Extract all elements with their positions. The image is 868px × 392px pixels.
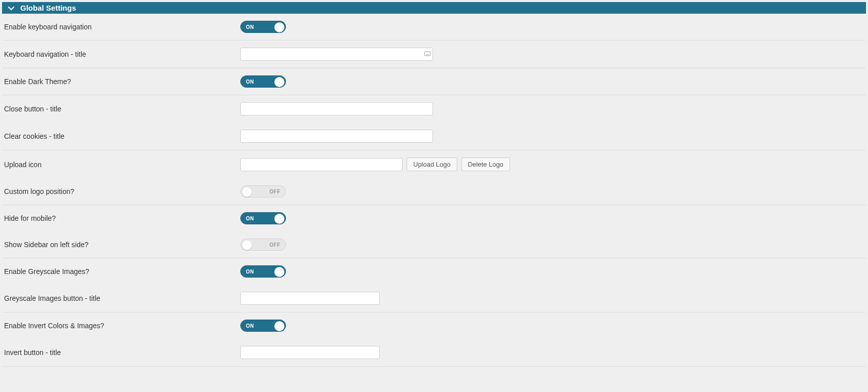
row-upload-icon: Upload icon Upload Logo Delete Logo	[2, 150, 866, 178]
toggle-hide-for-mobile[interactable]: ON OFF	[240, 212, 286, 224]
toggle-show-sidebar-left[interactable]: ON OFF	[240, 239, 286, 251]
label-invert-title: Invert button - title	[2, 348, 240, 357]
label-enable-dark-theme: Enable Dark Theme?	[2, 77, 240, 86]
label-greyscale-title: Greyscale Images button - title	[2, 294, 240, 302]
toggle-enable-dark-theme[interactable]: ON OFF	[240, 75, 286, 88]
row-greyscale-title: Greyscale Images button - title	[2, 285, 866, 312]
panel-title: Global Settings	[20, 4, 76, 12]
label-custom-logo-position: Custom logo position?	[2, 187, 240, 195]
chevron-down-icon	[7, 4, 15, 12]
input-keyboard-nav-title[interactable]	[240, 48, 433, 61]
toggle-on-text: ON	[246, 79, 254, 85]
toggle-knob	[274, 321, 284, 331]
label-hide-for-mobile: Hide for mobile?	[2, 214, 240, 222]
row-enable-keyboard-nav: Enable keyboard navigation ON OFF	[2, 14, 866, 41]
row-keyboard-nav-title: Keyboard navigation - title	[2, 41, 866, 68]
input-greyscale-title[interactable]	[240, 292, 380, 305]
upload-logo-button[interactable]: Upload Logo	[407, 158, 457, 171]
row-enable-invert: Enable Invert Colors & Images? ON OFF	[2, 312, 866, 339]
toggle-enable-keyboard-nav[interactable]: ON OFF	[240, 21, 286, 33]
toggle-on-text: ON	[246, 24, 254, 30]
toggle-enable-invert[interactable]: ON OFF	[240, 320, 286, 332]
label-keyboard-nav-title: Keyboard navigation - title	[2, 50, 240, 58]
label-enable-invert: Enable Invert Colors & Images?	[2, 322, 240, 330]
row-enable-dark-theme: Enable Dark Theme? ON OFF	[2, 68, 866, 95]
row-enable-greyscale: Enable Greyscale Images? ON OFF	[2, 258, 866, 285]
row-show-sidebar-left: Show Sidebar on left side? ON OFF	[2, 231, 866, 258]
toggle-knob	[242, 240, 252, 250]
panel-body: Enable keyboard navigation ON OFF Keyboa…	[2, 14, 866, 367]
toggle-off-text: OFF	[270, 242, 281, 248]
toggle-on-text: ON	[246, 216, 254, 221]
row-hide-for-mobile: Hide for mobile? ON OFF	[2, 205, 866, 231]
row-custom-logo-position: Custom logo position? ON OFF	[2, 178, 866, 205]
input-close-button-title[interactable]	[240, 102, 433, 115]
toggle-enable-greyscale[interactable]: ON OFF	[240, 265, 286, 278]
row-clear-cookies-title: Clear cookies - title	[2, 123, 866, 150]
global-settings-panel: Global Settings Enable keyboard navigati…	[2, 2, 866, 367]
row-invert-title: Invert button - title	[2, 339, 866, 367]
toggle-on-text: ON	[246, 323, 254, 329]
toggle-knob	[274, 22, 284, 32]
label-close-button-title: Close button - title	[2, 105, 240, 113]
toggle-on-text: ON	[246, 269, 254, 275]
toggle-custom-logo-position[interactable]: ON OFF	[240, 185, 286, 198]
toggle-off-text: OFF	[270, 189, 281, 194]
input-upload-icon-path[interactable]	[240, 158, 403, 171]
label-clear-cookies-title: Clear cookies - title	[2, 132, 240, 140]
toggle-knob	[274, 214, 284, 224]
label-show-sidebar-left: Show Sidebar on left side?	[2, 241, 240, 249]
delete-logo-button[interactable]: Delete Logo	[461, 158, 510, 171]
input-invert-title[interactable]	[240, 346, 380, 359]
toggle-knob	[274, 267, 284, 277]
label-upload-icon: Upload icon	[2, 161, 240, 169]
toggle-knob	[242, 187, 252, 197]
label-enable-greyscale: Enable Greyscale Images?	[2, 267, 240, 276]
input-clear-cookies-title[interactable]	[240, 130, 433, 143]
toggle-knob	[274, 77, 284, 87]
row-close-button-title: Close button - title	[2, 95, 866, 123]
label-enable-keyboard-nav: Enable keyboard navigation	[2, 23, 240, 31]
panel-header[interactable]: Global Settings	[2, 2, 866, 14]
